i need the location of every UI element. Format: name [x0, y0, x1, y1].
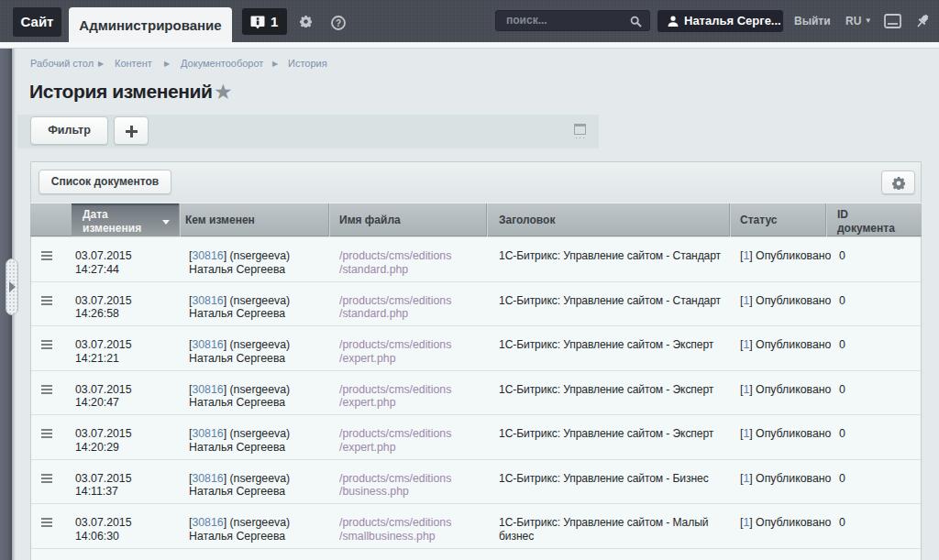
svg-text:?: ? — [336, 18, 341, 28]
